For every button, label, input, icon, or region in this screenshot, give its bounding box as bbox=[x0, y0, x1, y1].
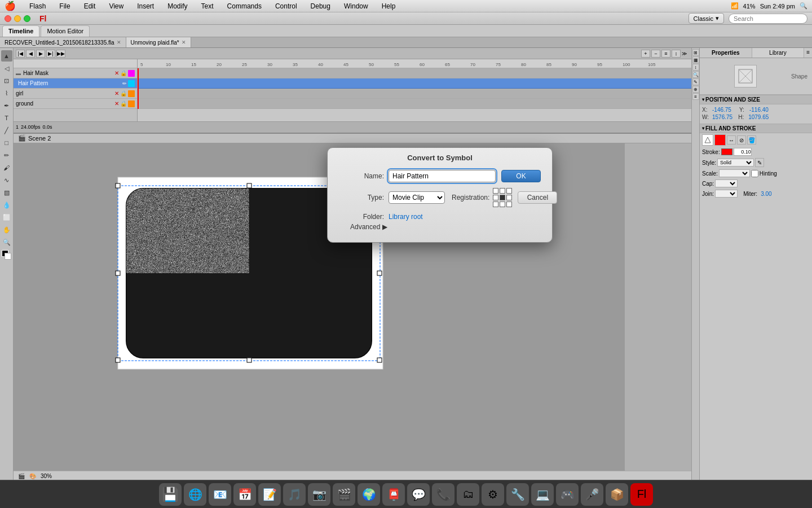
layer-row-hair-pattern[interactable]: Hair Pattern ✏ bbox=[14, 78, 137, 89]
file-tab-1-close[interactable]: ✕ bbox=[117, 40, 121, 45]
dialog-name-input[interactable] bbox=[389, 170, 496, 182]
dock-icon-phone[interactable]: 📞 bbox=[432, 483, 454, 506]
classic-dropdown[interactable]: Classic ▾ bbox=[689, 13, 724, 24]
reg-tc[interactable] bbox=[500, 188, 505, 194]
tool-ink[interactable]: ∿ bbox=[1, 174, 12, 186]
rt-btn-6[interactable]: ⊕ bbox=[692, 86, 699, 93]
dialog-type-select[interactable]: Movie Clip Button Graphic bbox=[389, 191, 445, 204]
btn-expand[interactable]: ≡ bbox=[661, 50, 670, 58]
rt-btn-7[interactable]: ≡ bbox=[692, 93, 699, 100]
dock-icon-music[interactable]: 🎵 bbox=[283, 483, 306, 506]
dock-icon-browser[interactable]: 🌐 bbox=[184, 483, 206, 506]
menu-flash[interactable]: Flash bbox=[27, 2, 48, 10]
reg-ml[interactable] bbox=[493, 195, 498, 200]
btn-collapse[interactable]: ↕ bbox=[672, 50, 681, 58]
search-input[interactable] bbox=[729, 14, 807, 24]
btn-next-frame[interactable]: ▶| bbox=[46, 50, 55, 58]
tool-zoom[interactable]: 🔍 bbox=[1, 237, 12, 248]
stroke-color-icon[interactable] bbox=[714, 134, 726, 146]
tab-library[interactable]: Library bbox=[752, 48, 805, 58]
stroke-swatch[interactable] bbox=[721, 148, 732, 155]
maximize-button[interactable] bbox=[24, 15, 30, 22]
dock-icon-settings[interactable]: ⚙ bbox=[482, 483, 504, 506]
menu-window[interactable]: Window bbox=[342, 2, 370, 10]
menu-help[interactable]: Help bbox=[379, 2, 398, 10]
layer-vis-eye-mask[interactable]: ✕ bbox=[114, 70, 119, 76]
tool-pen[interactable]: ✒ bbox=[1, 100, 12, 111]
btn-add-layer[interactable]: + bbox=[641, 50, 650, 58]
tool-brush[interactable]: 🖌 bbox=[1, 162, 12, 173]
apple-menu[interactable]: 🍎 bbox=[5, 1, 16, 11]
hinting-checkbox[interactable] bbox=[751, 170, 758, 177]
menu-insert[interactable]: Insert bbox=[135, 2, 156, 10]
btn-first-frame[interactable]: |◀ bbox=[16, 50, 25, 58]
dock-icon-computer[interactable]: 💻 bbox=[531, 483, 554, 506]
dock-icon-photos[interactable]: 📷 bbox=[308, 483, 330, 506]
dock-icon-video[interactable]: 🎬 bbox=[333, 483, 355, 506]
dock-icon-packages[interactable]: 📦 bbox=[606, 483, 628, 506]
join-select[interactable] bbox=[715, 190, 738, 198]
dock-icon-games[interactable]: 🎮 bbox=[556, 483, 579, 506]
reg-br[interactable] bbox=[506, 202, 512, 207]
layer-lock-girl[interactable]: 🔒 bbox=[120, 90, 127, 97]
menu-view[interactable]: View bbox=[107, 2, 126, 10]
tool-line[interactable]: ╱ bbox=[1, 125, 12, 136]
dock-icon-maps[interactable]: 🌍 bbox=[358, 483, 380, 506]
layer-row-hair-mask[interactable]: ▬ Hair Mask ✕ 🔒 bbox=[14, 68, 137, 78]
tab-motion-editor[interactable]: Motion Editor bbox=[41, 25, 90, 37]
close-button[interactable] bbox=[5, 15, 11, 22]
convert-to-symbol-dialog[interactable]: Convert to Symbol Name: OK Type: Mov bbox=[327, 147, 553, 243]
dock-icon-finder[interactable]: 💾 bbox=[159, 483, 182, 506]
search-menubar-icon[interactable]: 🔍 bbox=[800, 2, 807, 10]
layer-row-girl[interactable]: girl ✕ 🔒 bbox=[14, 89, 137, 99]
menu-text[interactable]: Text bbox=[199, 2, 216, 10]
tool-transform[interactable]: ⊡ bbox=[1, 75, 12, 86]
panel-menu[interactable]: ≡ bbox=[804, 48, 812, 58]
tab-properties[interactable]: Properties bbox=[700, 48, 752, 58]
tool-eyedrop[interactable]: 💧 bbox=[1, 199, 12, 211]
menu-commands[interactable]: Commands bbox=[225, 2, 264, 10]
menu-modify[interactable]: Modify bbox=[165, 2, 189, 10]
tool-paint[interactable]: ▧ bbox=[1, 187, 12, 198]
dialog-advanced[interactable]: Advanced ▶ bbox=[339, 221, 541, 235]
btn-last-frame[interactable]: ▶▶ bbox=[56, 50, 65, 58]
position-size-header[interactable]: ▾ POSITION AND SIZE bbox=[700, 95, 812, 104]
layer-vis-girl[interactable]: ✕ bbox=[114, 90, 119, 97]
cap-select[interactable] bbox=[715, 179, 738, 187]
fill-stroke-header[interactable]: ▾ FILL AND STROKE bbox=[700, 124, 812, 133]
tool-hand[interactable]: ✋ bbox=[1, 224, 12, 235]
rt-btn-4[interactable]: 🔍 bbox=[692, 71, 699, 78]
swap-colors-icon[interactable]: ↔ bbox=[727, 135, 736, 144]
dialog-folder-link[interactable]: Library root bbox=[389, 213, 423, 221]
menu-file[interactable]: File bbox=[57, 2, 72, 10]
no-fill-icon[interactable]: ⊘ bbox=[737, 135, 746, 144]
tool-select[interactable]: ▲ bbox=[1, 50, 12, 62]
tool-pencil[interactable]: ✏ bbox=[1, 150, 12, 161]
tab-timeline[interactable]: Timeline bbox=[2, 25, 39, 37]
btn-prev-frame[interactable]: ◀ bbox=[26, 50, 35, 58]
tool-text[interactable]: T bbox=[1, 112, 12, 124]
tool-lasso[interactable]: ⌇ bbox=[1, 87, 12, 99]
color-swatch[interactable] bbox=[2, 250, 12, 260]
dock-icon-mail2[interactable]: 📮 bbox=[382, 483, 405, 506]
dock-icon-notes[interactable]: 📝 bbox=[258, 483, 281, 506]
dialog-cancel-button[interactable]: Cancel bbox=[518, 191, 557, 204]
rt-btn-5[interactable]: ✎ bbox=[692, 78, 699, 85]
tool-eraser[interactable]: ⬜ bbox=[1, 212, 12, 223]
reg-tl[interactable] bbox=[493, 188, 498, 194]
dock-icon-red[interactable]: Fl bbox=[630, 483, 653, 506]
fill-bucket-icon[interactable]: 🪣 bbox=[747, 135, 756, 144]
reg-bc[interactable] bbox=[500, 202, 505, 207]
timeline-collapse[interactable]: ≫ bbox=[682, 51, 689, 56]
minimize-button[interactable] bbox=[14, 15, 21, 22]
file-tab-2-close[interactable]: ✕ bbox=[182, 40, 186, 45]
dock-icon-mic[interactable]: 🎤 bbox=[581, 483, 603, 506]
dock-icon-calendar[interactable]: 📅 bbox=[233, 483, 256, 506]
reg-mc[interactable] bbox=[500, 195, 505, 200]
dock-icon-messages[interactable]: 💬 bbox=[407, 483, 430, 506]
file-tab-1[interactable]: RECOVER_Untitled-1_20150618213335.fla ✕ bbox=[0, 37, 126, 47]
rt-btn-2[interactable]: ▦ bbox=[692, 56, 699, 63]
reg-tr[interactable] bbox=[506, 188, 512, 194]
fill-color-icon[interactable] bbox=[702, 134, 713, 146]
menu-edit[interactable]: Edit bbox=[82, 2, 98, 10]
